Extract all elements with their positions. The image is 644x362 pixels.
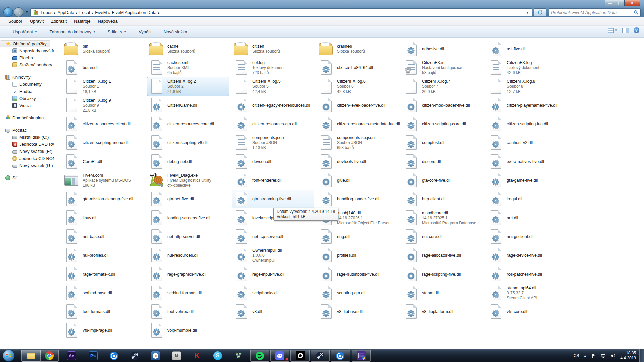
sidebar-item[interactable]: Stažené soubory [0,61,54,68]
sidebar-group-network[interactable]: Síť [0,174,54,181]
file-tile[interactable]: scrbind-formats.dll [147,284,229,302]
menu-item-nápověda[interactable]: Nápověda [94,18,121,25]
refresh-button[interactable] [534,8,546,16]
toolbar-item[interactable]: Nová složka [160,28,192,36]
taskbar-button-gta-v[interactable]: V [231,350,246,362]
file-tile[interactable]: citizenSložka souborů [232,40,314,58]
taskbar-button-photoshop[interactable]: Ps [86,350,100,362]
menu-item-nástroje[interactable]: Nástroje [70,18,94,25]
breadcrumb-item[interactable]: AppData [56,10,76,15]
file-tile[interactable]: asi-five.dll [486,40,569,58]
taskbar-button-uplay[interactable] [331,350,350,362]
file-tile[interactable]: citizen-level-loader-five.dll [317,96,399,115]
file-tile[interactable]: citizen-scripting-lua.dll [486,115,569,133]
toolbar-item[interactable]: Zahrnout do knihovny▼ [45,28,100,36]
file-tile[interactable]: extra-natives-five.dll [486,152,569,171]
volume-icon[interactable] [610,353,615,358]
sidebar-item[interactable]: Nový svazek (G:) [0,162,54,169]
address-dropdown-icon[interactable]: ▼ [526,11,529,14]
file-tile[interactable]: CitizenFX.log.2Soubor 221,8 kB [147,77,229,96]
file-tile[interactable]: v8_libplatform.dll [401,302,484,321]
breadcrumb-item[interactable]: FiveM [94,10,108,15]
breadcrumb-item[interactable]: Local [78,10,91,15]
taskbar-button-discord[interactable] [270,350,289,362]
file-tile[interactable]: mspdbcore.dll14.16.27025.1Microsoft® Pro… [401,208,484,227]
sidebar-item[interactable]: Plocha [0,54,54,61]
file-tile[interactable]: rage-formats-x.dll [62,265,145,284]
file-tile[interactable]: CitizenFX.iniNastavení konfigurace58 baj… [401,58,484,77]
file-tile[interactable]: rage-device-five.dll [486,246,569,265]
file-tile[interactable]: adhesive.dll [401,40,484,58]
start-button[interactable] [3,350,15,362]
file-tile[interactable]: vfs-core.dll [486,302,569,321]
sidebar-item[interactable]: Místní disk (C:) [0,134,54,141]
file-tile[interactable]: cef.logTextový dokument723 bajtů [232,58,314,77]
file-tile[interactable]: tool-vehrec.dll [147,302,229,321]
file-tile[interactable]: comptest.dll [401,133,484,152]
file-tile[interactable]: imgui.dll [486,190,569,208]
file-tile[interactable]: citizen-legacy-net-resources.dll [232,96,314,115]
file-tile[interactable]: rage-nutsnbolts-five.dll [317,265,399,284]
file-tile[interactable]: net-tcp-server.dll [232,227,314,246]
file-tile[interactable]: gta-core-five.dll [401,171,484,190]
history-dropdown-icon[interactable]: ▼ [25,10,29,14]
maximize-button[interactable]: ▢ [615,0,625,6]
file-tile[interactable]: citizen-playernames-five.dll [486,96,569,115]
file-tile[interactable]: citizen-resources-metadata-lua.dll [317,115,399,133]
file-tile[interactable]: net.dll [486,208,569,227]
file-tile[interactable]: profiles.dll [317,246,399,265]
file-tile[interactable]: nui-resources.dll [147,246,229,265]
file-tile[interactable]: CitizenGame.dll [147,96,229,115]
file-tile[interactable]: tool-formats.dll [62,302,145,321]
file-tile[interactable]: citizen-scripting-v8.dll [147,133,229,152]
file-tile[interactable]: CitizenFX.log.7Soubor 720,0 kB [401,77,484,96]
file-tile[interactable]: citizen-mod-loader-five.dll [401,96,484,115]
file-tile[interactable]: gta-streaming-five.dll [232,190,314,208]
search-input[interactable] [549,10,634,15]
file-tile[interactable]: voip-mumble.dll [147,321,229,340]
file-tile[interactable]: CitizenFX.logTextový dokument42,6 kB [486,58,569,77]
show-desktop-button[interactable] [639,349,644,362]
sidebar-item[interactable]: Nový svazek (E:) [0,148,54,155]
file-tile[interactable]: CitizenFX.log.5Soubor 542,4 kB [232,77,314,96]
breadcrumb-item[interactable]: Lubos [39,10,54,15]
file-tile[interactable]: debug-net.dll [147,152,229,171]
file-tile[interactable]: scripthookv.dll [232,284,314,302]
file-tile[interactable]: OwnershipUI.dll1.0.0.0OwnershipUI [232,246,314,265]
file-tile[interactable]: font-renderer.dll [232,171,314,190]
file-tile[interactable]: rage-graphics-five.dll [147,265,229,284]
file-tile[interactable]: libuv.dll [62,208,145,227]
sidebar-item[interactable]: Obrázky [0,95,54,102]
file-tile[interactable]: ros-patches-five.dll [486,265,569,284]
sidebar-group-star[interactable]: Oblíbené položky [0,40,50,47]
file-tile[interactable]: http-client.dll [401,190,484,208]
taskbar-button-uplay[interactable] [107,350,121,362]
taskbar-button-n-viewer[interactable]: N [169,350,183,362]
file-tile[interactable]: CitizenFX.log.8Soubor 812,7 kB [486,77,569,96]
file-tile[interactable]: rage-input-five.dll [232,265,314,284]
sidebar-group-homegroup[interactable]: Domácí skupina [0,114,54,121]
file-tile[interactable]: conhost-v2.dll [486,133,569,152]
file-tile[interactable]: glue.dll [317,171,399,190]
file-tile[interactable]: CitizenFX.log.1Soubor 118,1 kB [62,77,145,96]
toolbar-item[interactable]: Sdílet s▼ [104,28,130,36]
file-tile[interactable]: FiveM_Diag.exeFiveM Diagnostics Utilityc… [147,171,229,190]
sidebar-group-library[interactable]: Knihovny [0,74,54,81]
sidebar-item[interactable]: Jednotka CD-ROM (I [0,155,54,162]
file-tile[interactable]: rage-allocator-five.dll [401,246,484,265]
taskbar-button-spotify[interactable] [250,350,269,362]
file-tile[interactable]: scrbind-base.dll [62,284,145,302]
taskbar-button-after-effects[interactable]: Ae [64,350,78,362]
taskbar-button-steam[interactable] [127,350,142,362]
close-button[interactable]: ✕ [624,0,640,6]
address-bar[interactable]: Lubos▸AppData▸Local▸FiveM▸FiveM Applicat… [30,8,532,16]
action-center-icon[interactable] [591,353,596,358]
file-tile[interactable]: nui-gsclient.dll [486,227,569,246]
file-tile[interactable]: rage-scripting-five.dll [401,265,484,284]
toolbar-item[interactable]: Uspořádat▼ [9,28,41,36]
file-tile[interactable]: v8_libbase.dll [317,302,399,321]
sidebar-item[interactable]: Videa [0,102,54,109]
menu-item-upravit[interactable]: Upravit [26,18,47,25]
file-tile[interactable]: devcon.dll [232,152,314,171]
file-tile[interactable]: net-http-server.dll [147,227,229,246]
